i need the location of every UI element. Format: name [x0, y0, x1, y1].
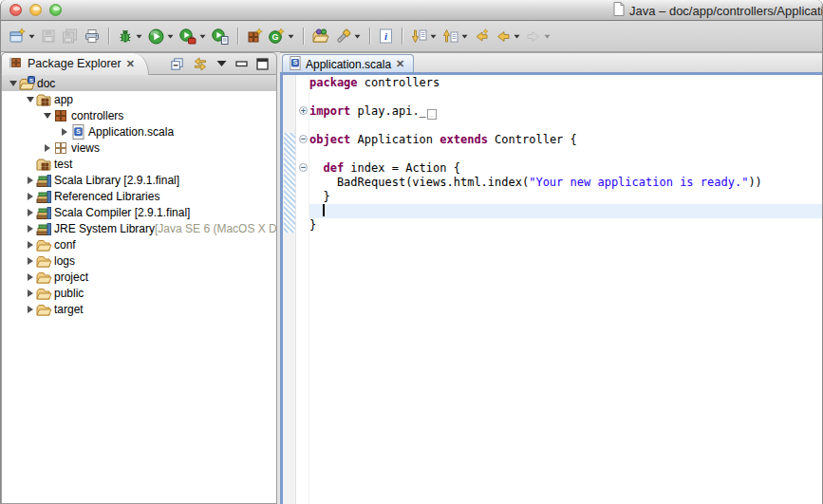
tree-item-logs[interactable]: logs	[2, 252, 276, 269]
tree-item-application-scala[interactable]: SApplication.scala	[2, 123, 276, 140]
previous-annotation-button[interactable]	[440, 27, 471, 46]
title-bar[interactable]: Java – doc/app/controllers/Application.s…	[1, 0, 822, 21]
new-element-dropdown-icon[interactable]	[287, 34, 294, 39]
new-wizard-dropdown-icon[interactable]	[28, 34, 35, 39]
folding-ruler[interactable]: +−−	[297, 75, 309, 504]
tab-application-scala[interactable]: S Application.scala ✕	[282, 54, 414, 73]
last-edit-location-button[interactable]	[471, 27, 493, 46]
new-element-button[interactable]: G	[266, 27, 297, 46]
run-last-launched-button[interactable]	[209, 27, 232, 47]
next-annotation-dropdown-icon[interactable]	[429, 34, 437, 39]
toggle-mark-occurrences-button[interactable]: i	[376, 27, 396, 46]
new-wizard-button[interactable]	[7, 27, 38, 46]
run-button[interactable]	[145, 27, 177, 47]
view-menu-icon[interactable]	[216, 60, 227, 67]
expander-icon[interactable]	[25, 225, 36, 233]
run-dropdown-icon[interactable]	[166, 34, 174, 39]
link-with-editor-icon[interactable]	[193, 57, 208, 71]
debug-button[interactable]	[115, 27, 145, 46]
search-button[interactable]	[332, 27, 364, 47]
maximize-icon[interactable]	[256, 58, 269, 70]
tab-package-explorer[interactable]: Package Explorer ✕	[2, 53, 149, 75]
fold-collapse-icon[interactable]: −	[299, 135, 308, 143]
tree-item-conf[interactable]: conf	[2, 236, 276, 252]
expander-icon[interactable]	[25, 193, 36, 200]
tree-item-project[interactable]: project	[2, 269, 276, 285]
expander-icon[interactable]	[25, 241, 36, 249]
tree-item-app[interactable]: app	[2, 91, 276, 107]
open-type-icon	[312, 28, 329, 44]
close-editor-icon[interactable]: ✕	[396, 58, 404, 70]
tree-item-public[interactable]: public	[2, 285, 276, 301]
run-external-tools-button[interactable]	[177, 27, 209, 47]
code-token: }	[309, 218, 316, 232]
expander-icon[interactable]	[25, 177, 36, 184]
expander-icon[interactable]	[25, 97, 36, 103]
search-dropdown-icon[interactable]	[353, 34, 361, 39]
run-external-tools-dropdown-icon[interactable]	[198, 34, 206, 39]
new-wizard-icon	[9, 28, 26, 44]
code-line-3[interactable]: import play.api._...	[309, 104, 822, 119]
window-title: Java – doc/app/controllers/Application.s…	[613, 3, 823, 18]
code-line-4[interactable]	[309, 119, 822, 133]
previous-annotation-dropdown-icon[interactable]	[460, 34, 468, 39]
expander-icon[interactable]	[25, 257, 36, 265]
tree-item-label: JRE System Library	[54, 222, 155, 235]
close-button[interactable]	[9, 4, 22, 16]
new-package-button[interactable]	[244, 27, 266, 46]
back-dropdown-icon[interactable]	[513, 34, 520, 39]
code-line-10[interactable]	[309, 204, 822, 218]
code-editor[interactable]: +−− package controllersimport play.api._…	[280, 75, 822, 504]
expander-icon[interactable]	[25, 306, 36, 313]
expander-icon[interactable]	[25, 273, 36, 281]
open-type-button[interactable]	[309, 27, 332, 46]
minimize-button[interactable]	[29, 4, 42, 16]
expander-icon[interactable]	[25, 209, 36, 216]
toolbar-separator	[237, 28, 238, 45]
tree-item-scala-library-2-9-1-final[interactable]: Scala Library [2.9.1.final]	[2, 172, 276, 188]
code-text-area[interactable]: package controllersimport play.api._...o…	[309, 76, 822, 504]
back-button[interactable]	[493, 27, 523, 46]
close-view-icon[interactable]: ✕	[126, 58, 135, 70]
fold-collapse-icon[interactable]: −	[299, 163, 308, 172]
tree-item-views[interactable]: views	[2, 140, 276, 156]
package-icon	[53, 108, 69, 123]
print-button[interactable]	[82, 27, 103, 46]
code-line-11[interactable]: }	[309, 218, 822, 233]
expander-icon[interactable]	[42, 144, 53, 152]
minimize-icon[interactable]	[235, 59, 248, 69]
tree-item-controllers[interactable]: controllers	[2, 107, 276, 123]
tree-item-jre-system-library[interactable]: JRE System Library [Java SE 6 (MacOS X D…	[2, 220, 276, 236]
debug-dropdown-icon[interactable]	[135, 34, 142, 39]
svg-text:G: G	[271, 32, 278, 42]
tree-item-test[interactable]: test	[2, 156, 276, 172]
tree-item-scala-compiler-2-9-1-final[interactable]: Scala Compiler [2.9.1.final]	[2, 204, 276, 220]
expander-icon[interactable]	[59, 128, 70, 136]
code-line-8[interactable]: BadRequest(views.html.index("Your new ap…	[309, 176, 822, 190]
collapsed-code-icon[interactable]: ...	[427, 109, 437, 120]
code-token: BadRequest(views.html.index(	[309, 176, 529, 189]
package-explorer-view: Package Explorer ✕	[1, 52, 277, 504]
code-line-7[interactable]: def index = Action {	[309, 161, 822, 176]
folder-icon	[36, 302, 52, 317]
next-annotation-button[interactable]	[408, 27, 440, 46]
code-line-6[interactable]	[309, 147, 822, 161]
expander-icon[interactable]	[25, 289, 36, 297]
tree-item-target[interactable]: target	[2, 301, 276, 317]
code-line-5[interactable]: object Application extends Controller {	[309, 133, 822, 147]
expander-icon[interactable]	[42, 113, 53, 119]
search-flashlight-icon	[335, 28, 351, 45]
expander-icon[interactable]	[8, 81, 19, 86]
tree-item-referenced-libraries[interactable]: Referenced Libraries	[2, 188, 276, 204]
code-line-9[interactable]: }	[309, 190, 822, 204]
document-icon	[613, 2, 625, 19]
code-line-2[interactable]	[309, 90, 822, 104]
fold-expand-icon[interactable]: +	[299, 106, 308, 115]
annotation-ruler[interactable]	[283, 75, 296, 504]
forward-arrow-icon	[526, 28, 541, 44]
collapse-all-icon[interactable]	[170, 57, 184, 71]
tree-item-doc[interactable]: Sdoc	[2, 75, 276, 91]
library-icon	[36, 173, 52, 188]
zoom-button[interactable]	[49, 4, 62, 16]
code-line-1[interactable]: package controllers	[309, 76, 822, 90]
